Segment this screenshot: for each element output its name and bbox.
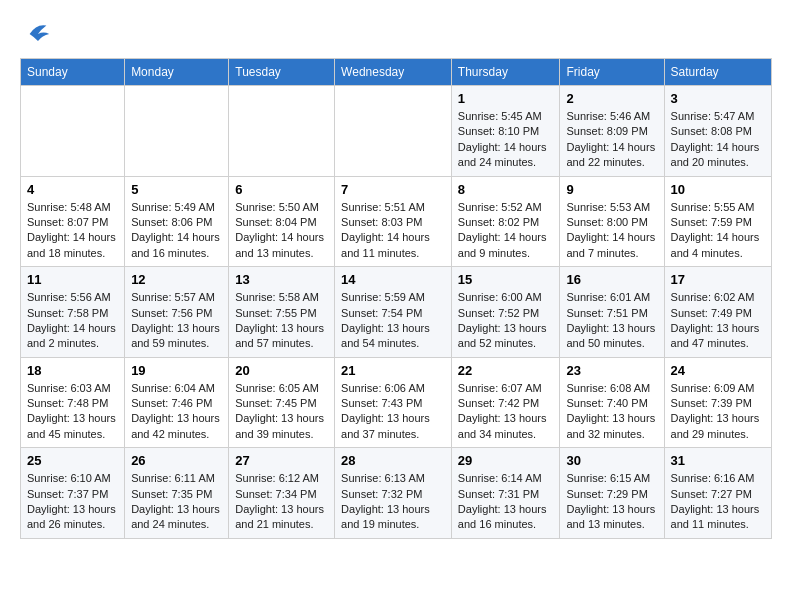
day-number: 23 — [566, 363, 657, 378]
calendar-week-2: 4Sunrise: 5:48 AMSunset: 8:07 PMDaylight… — [21, 176, 772, 267]
day-info: Sunrise: 6:13 AMSunset: 7:32 PMDaylight:… — [341, 471, 445, 533]
day-info: Sunrise: 5:56 AMSunset: 7:58 PMDaylight:… — [27, 290, 118, 352]
calendar-table: SundayMondayTuesdayWednesdayThursdayFrid… — [20, 58, 772, 539]
calendar-cell: 3Sunrise: 5:47 AMSunset: 8:08 PMDaylight… — [664, 86, 771, 177]
day-info: Sunrise: 5:59 AMSunset: 7:54 PMDaylight:… — [341, 290, 445, 352]
day-number: 27 — [235, 453, 328, 468]
calendar-cell: 31Sunrise: 6:16 AMSunset: 7:27 PMDayligh… — [664, 448, 771, 539]
day-info: Sunrise: 6:15 AMSunset: 7:29 PMDaylight:… — [566, 471, 657, 533]
calendar-cell: 19Sunrise: 6:04 AMSunset: 7:46 PMDayligh… — [125, 357, 229, 448]
day-info: Sunrise: 5:53 AMSunset: 8:00 PMDaylight:… — [566, 200, 657, 262]
day-info: Sunrise: 5:45 AMSunset: 8:10 PMDaylight:… — [458, 109, 554, 171]
calendar-week-1: 1Sunrise: 5:45 AMSunset: 8:10 PMDaylight… — [21, 86, 772, 177]
header-row: SundayMondayTuesdayWednesdayThursdayFrid… — [21, 59, 772, 86]
day-info: Sunrise: 6:02 AMSunset: 7:49 PMDaylight:… — [671, 290, 765, 352]
day-info: Sunrise: 6:06 AMSunset: 7:43 PMDaylight:… — [341, 381, 445, 443]
day-number: 5 — [131, 182, 222, 197]
day-info: Sunrise: 6:11 AMSunset: 7:35 PMDaylight:… — [131, 471, 222, 533]
day-info: Sunrise: 6:14 AMSunset: 7:31 PMDaylight:… — [458, 471, 554, 533]
calendar-cell: 27Sunrise: 6:12 AMSunset: 7:34 PMDayligh… — [229, 448, 335, 539]
day-number: 15 — [458, 272, 554, 287]
logo-bird-icon — [24, 20, 52, 48]
day-info: Sunrise: 6:01 AMSunset: 7:51 PMDaylight:… — [566, 290, 657, 352]
day-number: 29 — [458, 453, 554, 468]
day-number: 3 — [671, 91, 765, 106]
day-number: 22 — [458, 363, 554, 378]
calendar-cell — [125, 86, 229, 177]
day-info: Sunrise: 5:47 AMSunset: 8:08 PMDaylight:… — [671, 109, 765, 171]
day-info: Sunrise: 6:05 AMSunset: 7:45 PMDaylight:… — [235, 381, 328, 443]
day-number: 17 — [671, 272, 765, 287]
day-number: 12 — [131, 272, 222, 287]
calendar-cell: 22Sunrise: 6:07 AMSunset: 7:42 PMDayligh… — [451, 357, 560, 448]
calendar-cell: 8Sunrise: 5:52 AMSunset: 8:02 PMDaylight… — [451, 176, 560, 267]
day-info: Sunrise: 5:49 AMSunset: 8:06 PMDaylight:… — [131, 200, 222, 262]
day-number: 28 — [341, 453, 445, 468]
day-number: 1 — [458, 91, 554, 106]
calendar-cell: 13Sunrise: 5:58 AMSunset: 7:55 PMDayligh… — [229, 267, 335, 358]
day-header-thursday: Thursday — [451, 59, 560, 86]
day-number: 21 — [341, 363, 445, 378]
day-info: Sunrise: 5:48 AMSunset: 8:07 PMDaylight:… — [27, 200, 118, 262]
day-number: 11 — [27, 272, 118, 287]
day-number: 6 — [235, 182, 328, 197]
calendar-cell: 25Sunrise: 6:10 AMSunset: 7:37 PMDayligh… — [21, 448, 125, 539]
calendar-week-4: 18Sunrise: 6:03 AMSunset: 7:48 PMDayligh… — [21, 357, 772, 448]
logo — [20, 20, 52, 48]
day-number: 2 — [566, 91, 657, 106]
day-info: Sunrise: 6:07 AMSunset: 7:42 PMDaylight:… — [458, 381, 554, 443]
day-info: Sunrise: 6:12 AMSunset: 7:34 PMDaylight:… — [235, 471, 328, 533]
day-header-sunday: Sunday — [21, 59, 125, 86]
day-info: Sunrise: 6:04 AMSunset: 7:46 PMDaylight:… — [131, 381, 222, 443]
calendar-cell: 10Sunrise: 5:55 AMSunset: 7:59 PMDayligh… — [664, 176, 771, 267]
day-info: Sunrise: 5:51 AMSunset: 8:03 PMDaylight:… — [341, 200, 445, 262]
calendar-cell: 17Sunrise: 6:02 AMSunset: 7:49 PMDayligh… — [664, 267, 771, 358]
calendar-cell: 26Sunrise: 6:11 AMSunset: 7:35 PMDayligh… — [125, 448, 229, 539]
calendar-cell: 24Sunrise: 6:09 AMSunset: 7:39 PMDayligh… — [664, 357, 771, 448]
day-number: 20 — [235, 363, 328, 378]
day-info: Sunrise: 5:52 AMSunset: 8:02 PMDaylight:… — [458, 200, 554, 262]
calendar-cell: 29Sunrise: 6:14 AMSunset: 7:31 PMDayligh… — [451, 448, 560, 539]
day-number: 19 — [131, 363, 222, 378]
calendar-cell: 7Sunrise: 5:51 AMSunset: 8:03 PMDaylight… — [335, 176, 452, 267]
calendar-cell: 9Sunrise: 5:53 AMSunset: 8:00 PMDaylight… — [560, 176, 664, 267]
calendar-cell: 5Sunrise: 5:49 AMSunset: 8:06 PMDaylight… — [125, 176, 229, 267]
day-number: 9 — [566, 182, 657, 197]
day-number: 8 — [458, 182, 554, 197]
day-number: 4 — [27, 182, 118, 197]
calendar-cell: 15Sunrise: 6:00 AMSunset: 7:52 PMDayligh… — [451, 267, 560, 358]
day-info: Sunrise: 6:16 AMSunset: 7:27 PMDaylight:… — [671, 471, 765, 533]
day-number: 25 — [27, 453, 118, 468]
day-info: Sunrise: 5:50 AMSunset: 8:04 PMDaylight:… — [235, 200, 328, 262]
day-header-saturday: Saturday — [664, 59, 771, 86]
day-info: Sunrise: 6:09 AMSunset: 7:39 PMDaylight:… — [671, 381, 765, 443]
day-number: 18 — [27, 363, 118, 378]
calendar-cell: 21Sunrise: 6:06 AMSunset: 7:43 PMDayligh… — [335, 357, 452, 448]
calendar-header: SundayMondayTuesdayWednesdayThursdayFrid… — [21, 59, 772, 86]
calendar-cell: 18Sunrise: 6:03 AMSunset: 7:48 PMDayligh… — [21, 357, 125, 448]
calendar-cell — [21, 86, 125, 177]
calendar-cell: 28Sunrise: 6:13 AMSunset: 7:32 PMDayligh… — [335, 448, 452, 539]
day-info: Sunrise: 6:08 AMSunset: 7:40 PMDaylight:… — [566, 381, 657, 443]
day-header-tuesday: Tuesday — [229, 59, 335, 86]
calendar-cell: 20Sunrise: 6:05 AMSunset: 7:45 PMDayligh… — [229, 357, 335, 448]
day-number: 26 — [131, 453, 222, 468]
calendar-cell — [229, 86, 335, 177]
page-header — [20, 20, 772, 48]
calendar-cell: 1Sunrise: 5:45 AMSunset: 8:10 PMDaylight… — [451, 86, 560, 177]
calendar-cell: 11Sunrise: 5:56 AMSunset: 7:58 PMDayligh… — [21, 267, 125, 358]
calendar-cell: 30Sunrise: 6:15 AMSunset: 7:29 PMDayligh… — [560, 448, 664, 539]
day-number: 7 — [341, 182, 445, 197]
calendar-week-5: 25Sunrise: 6:10 AMSunset: 7:37 PMDayligh… — [21, 448, 772, 539]
day-number: 16 — [566, 272, 657, 287]
calendar-week-3: 11Sunrise: 5:56 AMSunset: 7:58 PMDayligh… — [21, 267, 772, 358]
day-header-wednesday: Wednesday — [335, 59, 452, 86]
day-number: 30 — [566, 453, 657, 468]
day-info: Sunrise: 5:58 AMSunset: 7:55 PMDaylight:… — [235, 290, 328, 352]
calendar-cell: 4Sunrise: 5:48 AMSunset: 8:07 PMDaylight… — [21, 176, 125, 267]
day-number: 10 — [671, 182, 765, 197]
calendar-cell — [335, 86, 452, 177]
day-info: Sunrise: 6:10 AMSunset: 7:37 PMDaylight:… — [27, 471, 118, 533]
day-info: Sunrise: 6:03 AMSunset: 7:48 PMDaylight:… — [27, 381, 118, 443]
day-info: Sunrise: 5:46 AMSunset: 8:09 PMDaylight:… — [566, 109, 657, 171]
